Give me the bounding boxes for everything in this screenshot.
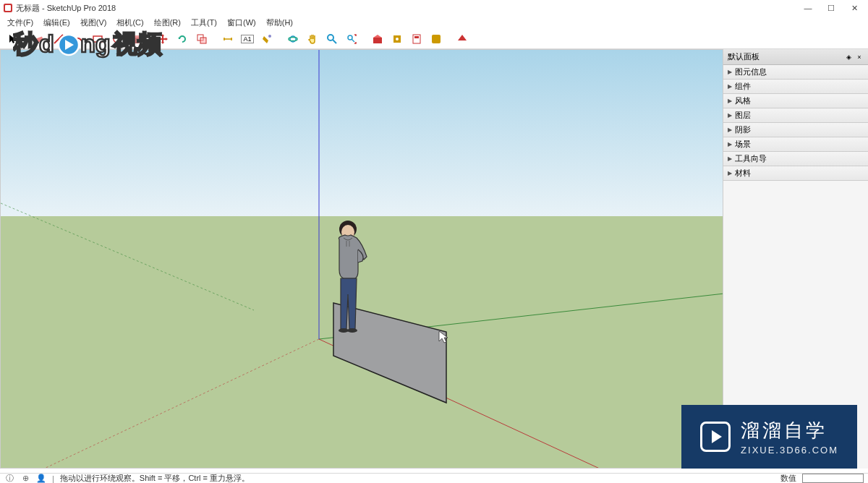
menu-tools[interactable]: 工具(T) [187, 17, 221, 28]
watermark-brand: 溜溜自学 ZIXUE.3D66.COM [681, 405, 857, 469]
tool-text[interactable]: A1 [239, 30, 256, 48]
vcb-label: 数值 [780, 473, 796, 483]
brand-cn: 溜溜自学 [741, 418, 838, 443]
tool-circle[interactable] [109, 30, 126, 48]
play-icon [700, 422, 731, 452]
svg-point-15 [396, 38, 399, 40]
tool-extension-warehouse[interactable] [388, 30, 406, 48]
expand-icon: ▶ [728, 155, 732, 162]
tool-pushpull[interactable] [128, 30, 145, 48]
menu-file[interactable]: 文件(F) [3, 17, 38, 28]
menu-draw[interactable]: 绘图(R) [150, 17, 185, 28]
tool-move[interactable] [154, 30, 171, 48]
tool-eraser[interactable] [30, 30, 48, 48]
tool-zoom-extents[interactable] [343, 30, 360, 48]
tool-rotate[interactable] [174, 30, 191, 48]
tool-pan[interactable] [304, 30, 321, 48]
svg-point-34 [339, 328, 349, 333]
3d-viewport[interactable] [0, 49, 723, 469]
expand-icon: ▶ [728, 141, 732, 148]
tray-controls: ◈ × [844, 53, 864, 61]
tool-layout[interactable] [408, 30, 425, 48]
window-controls: — ☐ ✕ [797, 1, 865, 14]
tray-item-components[interactable]: ▶组件 [723, 80, 868, 94]
geo-icon[interactable]: ⊕ [20, 474, 30, 484]
svg-rect-24 [1, 50, 723, 216]
viewport-scene [1, 50, 723, 469]
menu-edit[interactable]: 编辑(E) [39, 17, 75, 28]
window-title: 无标题 - SketchUp Pro 2018 [16, 3, 116, 14]
user-icon[interactable]: 👤 [36, 474, 46, 484]
tray-close-icon[interactable]: × [855, 53, 864, 61]
tray-item-instructor[interactable]: ▶工具向导 [723, 152, 868, 166]
toolbar: A1 [0, 29, 868, 49]
tool-zoom[interactable] [323, 30, 341, 48]
expand-icon: ▶ [728, 69, 732, 75]
menu-help[interactable]: 帮助(H) [262, 17, 297, 28]
svg-point-35 [347, 328, 357, 333]
minimize-button[interactable]: — [797, 1, 819, 14]
svg-rect-5 [133, 38, 139, 43]
status-hint: 拖动以进行环绕观察。Shift = 平移，Ctrl = 重力悬浮。 [60, 473, 250, 483]
tray-title[interactable]: 默认面板 ◈ × [723, 49, 868, 65]
vcb-input[interactable] [802, 474, 864, 483]
brand-en: ZIXUE.3D66.COM [741, 445, 838, 456]
tray-item-layers[interactable]: ▶图层 [723, 108, 868, 123]
svg-rect-2 [35, 36, 43, 43]
expand-icon: ▶ [728, 170, 732, 176]
tool-stylebuilder[interactable] [427, 30, 445, 48]
title-bar: 无标题 - SketchUp Pro 2018 — ☐ ✕ [0, 0, 868, 16]
menu-window[interactable]: 窗口(W) [223, 17, 260, 28]
svg-point-11 [328, 35, 333, 40]
close-button[interactable]: ✕ [843, 1, 865, 14]
tray-item-materials[interactable]: ▶材料 [723, 166, 868, 181]
expand-icon: ▶ [728, 127, 732, 133]
tray-item-shadows[interactable]: ▶阴影 [723, 123, 868, 137]
tool-3d-warehouse[interactable] [369, 30, 386, 48]
title-left: 无标题 - SketchUp Pro 2018 [3, 3, 116, 14]
tool-select[interactable] [4, 30, 22, 48]
tool-orbit[interactable] [284, 30, 302, 48]
tool-rect[interactable] [89, 30, 106, 48]
expand-icon: ▶ [728, 83, 732, 90]
tool-scale[interactable] [193, 30, 210, 48]
expand-icon: ▶ [728, 112, 732, 119]
tool-arc[interactable] [69, 30, 87, 48]
tray-item-scenes[interactable]: ▶场景 [723, 137, 868, 152]
svg-rect-3 [93, 36, 102, 42]
svg-rect-18 [432, 35, 441, 43]
tray-pin-icon[interactable]: ◈ [844, 53, 853, 61]
expand-icon: ▶ [728, 98, 732, 104]
menu-bar: 文件(F) 编辑(E) 视图(V) 相机(C) 绘图(R) 工具(T) 窗口(W… [0, 16, 868, 29]
tray-item-entity-info[interactable]: ▶图元信息 [723, 65, 868, 80]
maximize-button[interactable]: ☐ [820, 1, 842, 14]
svg-rect-16 [413, 35, 420, 43]
svg-rect-13 [373, 38, 382, 43]
tool-tape[interactable] [219, 30, 237, 48]
menu-camera[interactable]: 相机(C) [112, 17, 148, 28]
svg-rect-7 [200, 38, 206, 43]
status-bar: ⓘ ⊕ 👤 | 拖动以进行环绕观察。Shift = 平移，Ctrl = 重力悬浮… [0, 473, 868, 483]
menu-view[interactable]: 视图(V) [76, 17, 111, 28]
app-icon [3, 3, 13, 13]
svg-point-4 [114, 35, 121, 43]
tray-title-label: 默认面板 [728, 51, 760, 62]
svg-point-8 [268, 35, 271, 38]
svg-rect-17 [414, 36, 419, 38]
tray-item-styles[interactable]: ▶风格 [723, 94, 868, 108]
svg-rect-1 [5, 5, 11, 11]
tool-advanced-camera[interactable] [454, 30, 471, 48]
tool-line[interactable] [50, 30, 67, 48]
tool-paint[interactable] [258, 30, 276, 48]
help-icon[interactable]: ⓘ [4, 474, 14, 484]
